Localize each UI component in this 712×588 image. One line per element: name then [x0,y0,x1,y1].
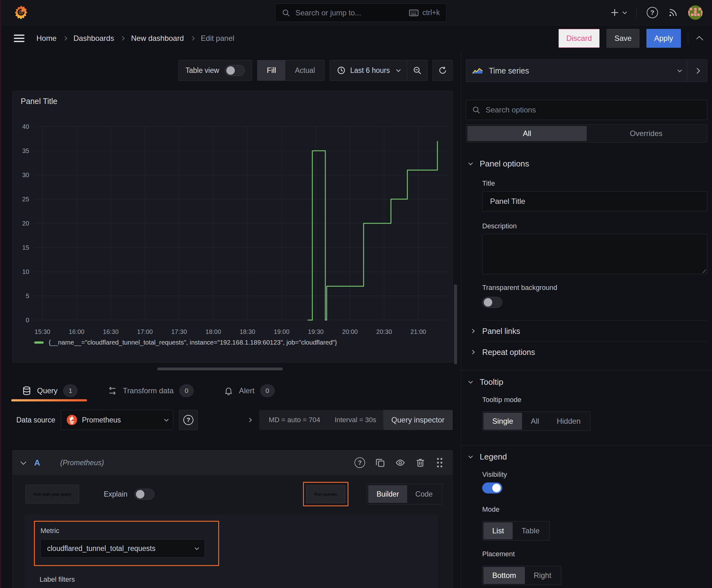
chevron-down-icon [677,67,682,72]
panel-title-input[interactable] [482,191,707,211]
table-view-label: Table view [186,66,219,75]
menu-toggle-button[interactable] [14,35,24,42]
legend-placement-label: Placement [482,550,707,558]
breadcrumb-dashboards[interactable]: Dashboards [73,34,114,43]
query-editor-card: A (Prometheus) [12,450,453,588]
metric-value: cloudflared_tunnel_total_requests [47,544,195,553]
query-datasource-hint: (Prometheus) [60,459,104,467]
delete-query-icon[interactable] [415,458,425,468]
time-range-control: Last 6 hours [330,60,428,81]
transparent-bg-toggle[interactable] [482,297,502,308]
tab-transform-data[interactable]: Transform data 0 [108,384,194,397]
section-divider [461,445,712,446]
left-edge-accent [0,0,1,588]
grafana-logo[interactable] [13,5,29,20]
query-ref-id: A [34,458,40,468]
builder-option[interactable]: Builder [368,485,407,503]
svg-text:15:30: 15:30 [35,328,50,335]
tab-overrides[interactable]: Overrides [587,126,706,141]
query-options-summary[interactable]: MD = auto = 704 Interval = 30s [259,410,386,430]
viz-suggestions-button[interactable] [687,60,707,82]
legend-header[interactable]: Legend [469,452,707,462]
breadcrumb: Home Dashboards New dashboard Edit panel [37,34,234,43]
help-button[interactable] [647,7,658,18]
table-view-control: Table view [178,60,252,81]
tab-all[interactable]: All [468,126,587,141]
horizontal-scrollbar[interactable] [157,368,283,370]
tooltip-header[interactable]: Tooltip [469,377,707,387]
tab-query[interactable]: Query 1 [22,384,78,397]
chart-legend-item[interactable]: {__name__="cloudflared_tunnel_total_requ… [34,339,337,346]
apply-button[interactable]: Apply [646,29,681,48]
drag-handle-icon[interactable] [435,457,444,469]
datasource-help-button[interactable] [179,410,198,430]
legend-series-label: {__name__="cloudflared_tunnel_total_requ… [49,339,337,346]
collapse-options-icon[interactable] [696,36,703,43]
svg-text:17:00: 17:00 [137,328,153,335]
time-range-picker[interactable]: Last 6 hours [330,60,407,80]
table-view-toggle[interactable] [225,65,245,76]
description-input[interactable] [482,234,707,274]
zoom-out-button[interactable] [407,60,427,80]
description-textarea[interactable] [482,234,707,274]
prometheus-icon [66,414,78,426]
query-header[interactable]: A (Prometheus) [13,450,452,475]
query-help-icon[interactable] [354,457,365,468]
fill-option[interactable]: Fill [257,60,285,80]
search-input[interactable] [296,8,404,17]
breadcrumb-home[interactable]: Home [37,34,57,43]
legend-visibility-toggle[interactable] [482,482,502,493]
repeat-options-section[interactable]: Repeat options [471,342,707,362]
metric-select[interactable]: cloudflared_tunnel_total_requests [41,539,205,558]
panel-options-header[interactable]: Panel options [469,159,707,169]
news-button[interactable] [668,7,678,18]
tab-query-label: Query [37,386,58,395]
new-menu-button[interactable] [610,8,626,17]
code-option[interactable]: Code [407,485,441,503]
panel-links-section[interactable]: Panel links [471,321,707,341]
discard-button[interactable]: Discard [559,29,600,48]
chevron-down-icon [468,161,473,165]
legend-series-swatch [34,341,44,344]
tooltip-single-option[interactable]: Single [483,413,522,430]
tooltip-hidden-option[interactable]: Hidden [548,413,589,430]
panel-title[interactable]: Panel Title [21,97,58,106]
bell-icon [224,386,233,396]
visualization-picker[interactable]: Time series [466,60,687,82]
collapse-query-icon[interactable] [20,459,26,465]
hide-query-icon[interactable] [395,458,405,468]
options-search-input[interactable] [486,106,701,114]
user-avatar[interactable] [688,5,703,20]
breadcrumb-new-dashboard[interactable]: New dashboard [131,34,184,43]
chevron-right-icon[interactable] [247,418,252,422]
kick-start-button[interactable]: Kick start your query [25,485,79,504]
duplicate-query-icon[interactable] [375,458,385,468]
placement-right-option[interactable]: Right [525,567,560,584]
placement-bottom-option[interactable]: Bottom [483,567,525,584]
chevron-right-icon [63,36,67,41]
time-range-label: Last 6 hours [350,66,390,75]
tooltip-all-option[interactable]: All [522,413,548,430]
datasource-row: Data source Prometheus MD = auto = 704 I… [16,410,453,430]
save-button[interactable]: Save [606,29,640,48]
mode-table-option[interactable]: Table [513,522,548,539]
global-search[interactable]: ctrl+k [275,3,447,22]
time-series-viz-icon [472,66,483,76]
query-inspector-button[interactable]: Query inspector [383,410,453,430]
options-search[interactable] [466,100,707,120]
run-queries-button[interactable]: Run queries [306,485,346,503]
transparent-bg-label: Transparent background [482,284,707,292]
vertical-scrollbar[interactable] [454,284,457,364]
chevron-down-icon [468,379,473,383]
tooltip-mode-label: Tooltip mode [482,396,707,404]
database-icon [22,386,31,396]
refresh-button[interactable] [433,60,453,81]
svg-text:40: 40 [22,123,29,130]
tab-alert[interactable]: Alert 0 [224,384,274,397]
search-icon [282,8,290,17]
actual-option[interactable]: Actual [285,60,324,80]
explain-toggle[interactable] [134,489,154,500]
editor-tabs: Query 1 Transform data 0 Alert 0 [22,380,461,401]
mode-list-option[interactable]: List [483,522,513,539]
datasource-picker[interactable]: Prometheus [61,410,173,430]
